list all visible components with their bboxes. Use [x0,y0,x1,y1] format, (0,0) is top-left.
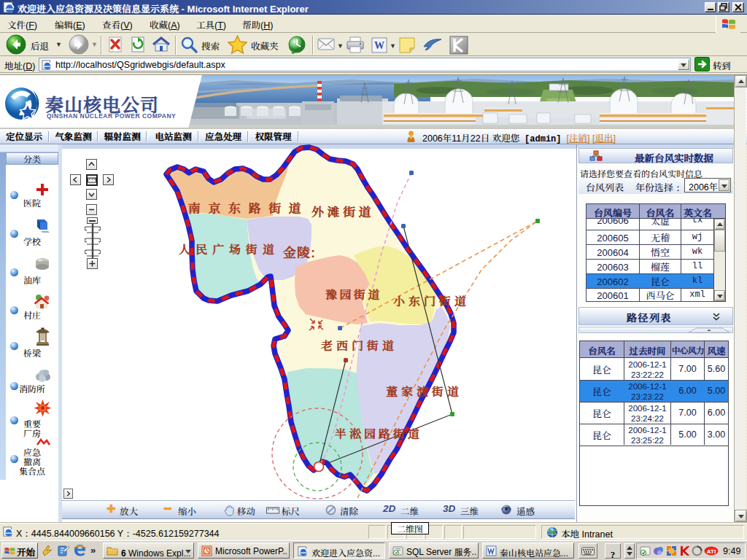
svg-text:外滩街道: 外滩街道 [311,202,374,220]
svg-text:老西门街道: 老西门街道 [320,337,398,354]
svg-text:半淞园路街道: 半淞园路街道 [334,425,422,442]
svg-text:董家渡街道: 董家渡街道 [386,383,462,400]
svg-text:ATI: ATI [707,548,716,555]
svg-text:豫园街道: 豫园街道 [325,286,382,303]
svg-text:人民广场街道: 人民广场街道 [179,241,279,257]
svg-text:南京东路街道: 南京东路街道 [188,198,309,217]
svg-text:小东门街道: 小东门街道 [393,292,470,309]
svg-text:W: W [374,40,384,51]
svg-text:金陵:: 金陵: [282,242,316,261]
